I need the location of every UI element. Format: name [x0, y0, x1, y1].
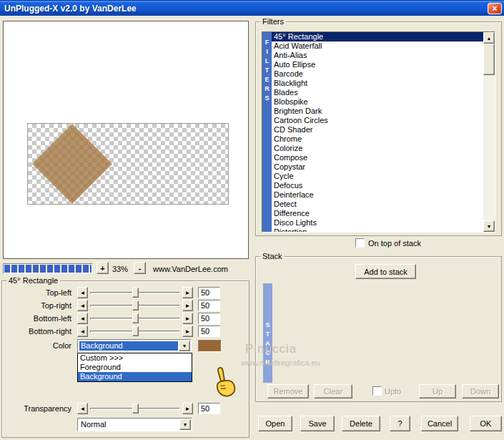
- vendor-website-link[interactable]: www.VanDerLee.com: [153, 265, 228, 273]
- strip-letter: S: [265, 321, 270, 330]
- top-right-value-field[interactable]: [198, 300, 220, 311]
- top-left-value-field[interactable]: [198, 287, 220, 298]
- filter-item[interactable]: Blades: [272, 88, 483, 97]
- filter-item[interactable]: Brighten Dark: [272, 107, 483, 116]
- zoom-level: 33%: [112, 265, 128, 273]
- bottom-left-increment-button[interactable]: ►: [182, 313, 193, 324]
- delete-label: Delete: [350, 419, 372, 428]
- titlebar[interactable]: UnPlugged-X v2.0 by VanDerLee ×: [0, 0, 504, 16]
- window-title: UnPlugged-X v2.0 by VanDerLee: [4, 1, 137, 16]
- filter-item[interactable]: Distortion: [272, 228, 483, 232]
- bottom-left-slider[interactable]: [89, 313, 182, 324]
- save-button[interactable]: Save: [300, 416, 335, 431]
- slider-thumb[interactable]: [132, 326, 139, 336]
- filter-item[interactable]: Compose: [272, 153, 483, 162]
- color-option-custom[interactable]: Custom >>>: [78, 353, 192, 363]
- cancel-button[interactable]: Cancel: [421, 416, 458, 431]
- transparency-value-field[interactable]: [198, 403, 220, 414]
- transparency-slider[interactable]: [89, 403, 182, 414]
- right-arrow-icon: ►: [185, 303, 191, 309]
- down-button[interactable]: Down: [462, 384, 499, 399]
- slider-row-transparency: Transparency ◄ ►: [0, 403, 250, 415]
- transparency-decrement-button[interactable]: ◄: [77, 403, 88, 414]
- preview-image[interactable]: [27, 123, 229, 205]
- filter-item[interactable]: Colorize: [272, 144, 483, 153]
- filter-item[interactable]: Difference: [272, 209, 483, 218]
- slider-thumb[interactable]: [132, 288, 139, 298]
- filter-item[interactable]: Copystar: [272, 162, 483, 172]
- watermark-url: www.maidiregrafica.eu: [241, 358, 320, 367]
- scroll-down-button[interactable]: ▼: [483, 220, 495, 232]
- bottom-right-slider[interactable]: [89, 326, 182, 337]
- add-to-stack-button[interactable]: Add to stack: [355, 264, 416, 279]
- bottom-left-value-field[interactable]: [198, 313, 220, 324]
- filter-item[interactable]: Deinterlace: [272, 190, 483, 200]
- filter-item[interactable]: Auto Ellipse: [272, 60, 483, 69]
- slider-row-bottom-right: Bottom-right ◄ ►: [0, 326, 250, 338]
- slider-thumb[interactable]: [132, 313, 139, 323]
- top-right-increment-button[interactable]: ►: [182, 300, 193, 311]
- delete-button[interactable]: Delete: [342, 416, 380, 431]
- down-arrow-icon: ▼: [182, 343, 187, 348]
- slider-thumb[interactable]: [132, 300, 139, 311]
- color-option-foreground[interactable]: Foreground: [78, 363, 192, 372]
- diamond-shape: [32, 124, 112, 204]
- filter-item[interactable]: Acid Waterfall: [272, 41, 483, 51]
- filter-item[interactable]: 45° Rectangle: [272, 32, 483, 41]
- top-right-label: Top-right: [3, 301, 71, 310]
- filter-item[interactable]: Detect: [272, 200, 483, 209]
- filter-item[interactable]: Blacklight: [272, 79, 483, 88]
- close-button[interactable]: ×: [488, 3, 502, 14]
- bottom-right-value-field[interactable]: [198, 326, 220, 337]
- filters-scrollbar[interactable]: ▲ ▼: [483, 32, 495, 232]
- bottom-right-decrement-button[interactable]: ◄: [77, 326, 88, 337]
- filter-item[interactable]: Chrome: [272, 135, 483, 144]
- zoom-in-button[interactable]: +: [97, 262, 109, 274]
- zoom-out-button[interactable]: -: [134, 262, 146, 274]
- filter-item[interactable]: Cartoon Circles: [272, 116, 483, 125]
- scrollbar-thumb[interactable]: [483, 44, 495, 75]
- slider-row-bottom-left: Bottom-left ◄ ►: [0, 313, 250, 325]
- open-label: Open: [266, 419, 285, 428]
- slider-row-top-right: Top-right ◄ ►: [0, 300, 250, 312]
- on-top-of-stack-checkbox[interactable]: [355, 238, 365, 248]
- top-left-decrement-button[interactable]: ◄: [77, 287, 88, 298]
- transparency-increment-button[interactable]: ►: [182, 403, 193, 414]
- progress-bar: [3, 263, 93, 274]
- top-left-slider[interactable]: [89, 287, 182, 298]
- top-left-label: Top-left: [3, 288, 71, 297]
- combo-dropdown-icon[interactable]: ▼: [179, 419, 191, 430]
- color-combobox[interactable]: Background ▼: [77, 339, 192, 353]
- color-swatch[interactable]: [198, 340, 222, 352]
- bottom-left-decrement-button[interactable]: ◄: [77, 313, 88, 324]
- preview-panel[interactable]: [3, 21, 249, 259]
- ok-button[interactable]: OK: [470, 416, 502, 431]
- filter-item[interactable]: Barcode: [272, 69, 483, 79]
- filter-item[interactable]: Disco Lights: [272, 218, 483, 228]
- slider-thumb[interactable]: [132, 404, 139, 414]
- strip-letter: T: [265, 66, 270, 75]
- filter-item[interactable]: Cycle: [272, 172, 483, 181]
- top-right-slider[interactable]: [89, 300, 182, 311]
- scroll-up-button[interactable]: ▲: [483, 32, 495, 44]
- upto-checkbox[interactable]: [372, 386, 382, 396]
- remove-button[interactable]: Remove: [267, 384, 309, 399]
- up-button[interactable]: Up: [419, 384, 456, 399]
- scroll-up-icon: ▲: [487, 36, 492, 41]
- combo-dropdown-icon[interactable]: ▼: [179, 341, 190, 351]
- filter-item[interactable]: Defocus: [272, 181, 483, 190]
- filter-item[interactable]: Blobspike: [272, 97, 483, 107]
- blend-mode-combobox[interactable]: Normal ▼: [77, 418, 192, 431]
- top-right-decrement-button[interactable]: ◄: [77, 300, 88, 311]
- filter-item[interactable]: CD Shader: [272, 125, 483, 135]
- help-button[interactable]: ?: [390, 416, 410, 431]
- color-option-background[interactable]: Background: [78, 372, 192, 381]
- filter-item[interactable]: Anti-Alias: [272, 51, 483, 60]
- color-options-list: Custom >>> Foreground Background: [77, 353, 192, 382]
- left-arrow-icon: ◄: [80, 290, 86, 296]
- top-left-increment-button[interactable]: ►: [182, 287, 193, 298]
- bottom-right-increment-button[interactable]: ►: [182, 326, 193, 337]
- open-button[interactable]: Open: [258, 416, 292, 431]
- right-arrow-icon: ►: [185, 328, 191, 335]
- clear-button[interactable]: Clear: [314, 384, 352, 399]
